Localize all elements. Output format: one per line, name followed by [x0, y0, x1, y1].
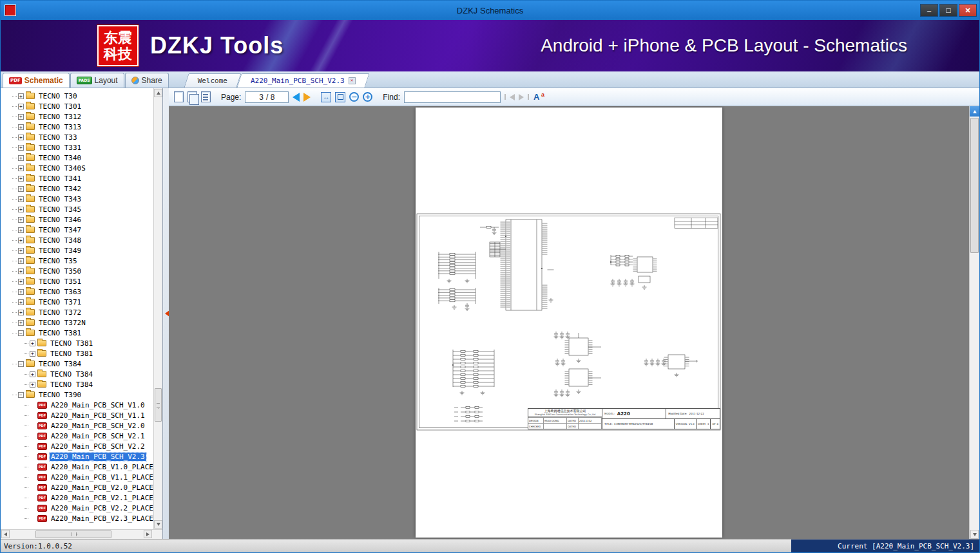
tree-item[interactable]: +TECNO T381 — [1, 348, 153, 359]
expand-icon[interactable]: + — [18, 310, 24, 315]
expand-icon[interactable]: + — [18, 299, 24, 305]
tree-item[interactable]: +TECNO T372 — [1, 307, 153, 317]
document-canvas[interactable]: 上海希姆通信息技术有限公司 Shanghai SIMCom Communicat… — [169, 106, 979, 539]
tree-item[interactable]: +TECNO T348 — [1, 235, 153, 245]
tree-item[interactable]: +TECNO T351 — [1, 276, 153, 286]
doc-tab-welcome[interactable]: Welcome — [186, 73, 239, 88]
continuous-view-icon[interactable] — [201, 91, 211, 102]
tree-item[interactable]: PDFA220_Main_PCB_V2.3_PLACEMENT — [1, 513, 153, 523]
tree-item[interactable]: +TECNO T340S — [1, 163, 153, 173]
tree-item[interactable]: PDFA220_Main_PCB_V2.1_PLACEMENT — [1, 492, 153, 503]
tree-item[interactable]: +TECNO T35 — [1, 256, 153, 266]
scroll-up-icon[interactable] — [154, 89, 162, 97]
tree-item[interactable]: +TECNO T350 — [1, 266, 153, 276]
tree-item[interactable]: +TECNO T30 — [1, 91, 153, 101]
minimize-button[interactable] — [920, 4, 938, 17]
scroll-down-icon[interactable] — [154, 520, 162, 529]
tree-item[interactable]: +TECNO T313 — [1, 122, 153, 132]
tree-item[interactable]: +TECNO T363 — [1, 286, 153, 297]
collapse-panel-icon[interactable] — [162, 310, 169, 317]
expand-icon[interactable]: + — [30, 382, 35, 388]
expand-icon[interactable]: + — [18, 289, 24, 295]
tree-item[interactable]: +TECNO T371 — [1, 297, 153, 307]
tree-item[interactable]: +TECNO T384 — [1, 379, 153, 389]
tree-item[interactable]: +TECNO T343 — [1, 194, 153, 204]
tree-hscroll-thumb[interactable] — [35, 530, 111, 538]
single-page-view-icon[interactable] — [174, 91, 184, 102]
expand-icon[interactable]: + — [18, 93, 24, 99]
tree-item[interactable]: PDFA220_Main_PCB_SCH_V2.2 — [1, 441, 153, 451]
tree-item[interactable]: +TECNO T345 — [1, 204, 153, 214]
tree-item[interactable]: PDFA220_Main_PCB_SCH_V1.0 — [1, 400, 153, 410]
tree-item[interactable]: +TECNO T349 — [1, 245, 153, 256]
close-button[interactable] — [959, 4, 977, 17]
tree-item[interactable]: +TECNO T384 — [1, 369, 153, 379]
text-size-icon[interactable] — [533, 92, 544, 102]
tree-item[interactable]: PDFA220_Main_PCB_V2.0_PLACEMENT — [1, 482, 153, 492]
next-page-button[interactable] — [303, 93, 311, 102]
zoom-out-button[interactable] — [349, 92, 359, 102]
tree-item[interactable]: +TECNO T340 — [1, 153, 153, 163]
expand-icon[interactable]: + — [18, 258, 24, 264]
expand-icon[interactable]: + — [18, 248, 24, 254]
expand-icon[interactable]: + — [18, 155, 24, 161]
expand-icon[interactable]: + — [18, 207, 24, 212]
expand-icon[interactable]: + — [18, 135, 24, 140]
tree-item[interactable]: +TECNO T372N — [1, 317, 153, 328]
expand-icon[interactable]: + — [18, 320, 24, 326]
scroll-up-icon[interactable] — [970, 106, 979, 117]
previous-page-button[interactable] — [293, 93, 300, 102]
tree-item[interactable]: +TECNO T347 — [1, 225, 153, 235]
zoom-in-button[interactable] — [363, 92, 372, 102]
close-tab-icon[interactable] — [349, 77, 356, 84]
panel-splitter[interactable] — [163, 88, 169, 539]
tree-item[interactable]: PDFA220_Main_PCB_V1.1_PLACEMENT — [1, 472, 153, 482]
tree-item[interactable]: PDFA220_Main_PCB_SCH_V2.0 — [1, 420, 153, 431]
expand-icon[interactable]: + — [30, 351, 35, 357]
collapse-icon[interactable]: − — [18, 392, 24, 398]
expand-icon[interactable]: + — [30, 341, 35, 346]
fit-width-button[interactable] — [321, 92, 331, 102]
tree-item[interactable]: −TECNO T390 — [1, 389, 153, 400]
expand-icon[interactable]: + — [18, 165, 24, 171]
tree-item[interactable]: +TECNO T33 — [1, 132, 153, 142]
expand-icon[interactable]: + — [18, 114, 24, 120]
find-input[interactable] — [404, 91, 501, 103]
expand-icon[interactable]: + — [18, 176, 24, 182]
tree-item[interactable]: PDFA220_Main_PCB_SCH_V2.3 — [1, 451, 153, 462]
expand-icon[interactable]: + — [18, 145, 24, 151]
scroll-left-icon[interactable] — [1, 530, 10, 538]
scroll-right-icon[interactable] — [144, 530, 152, 538]
expand-icon[interactable]: + — [18, 227, 24, 233]
tree-item[interactable]: +TECNO T346 — [1, 214, 153, 225]
tree-vscroll-thumb[interactable] — [155, 388, 162, 422]
tab-share[interactable]: Share — [125, 73, 169, 88]
expand-icon[interactable]: + — [18, 196, 24, 202]
canvas-vertical-scrollbar[interactable] — [969, 106, 979, 539]
expand-icon[interactable]: + — [18, 104, 24, 109]
canvas-vscroll-thumb[interactable] — [970, 118, 979, 253]
expand-icon[interactable]: + — [18, 268, 24, 274]
collapse-icon[interactable]: − — [18, 330, 24, 336]
tree-horizontal-scrollbar[interactable] — [1, 529, 162, 539]
tree-item[interactable]: +TECNO T301 — [1, 101, 153, 111]
scroll-down-icon[interactable] — [970, 530, 979, 539]
tree-item[interactable]: PDFA220_Main_PCB_V1.0_PLACEMENT — [1, 462, 153, 472]
expand-icon[interactable]: + — [18, 238, 24, 243]
expand-icon[interactable]: + — [18, 279, 24, 285]
tree-item[interactable]: −TECNO T384 — [1, 359, 153, 369]
collapse-icon[interactable]: − — [18, 361, 24, 367]
tab-schematic[interactable]: PDF Schematic — [3, 73, 70, 88]
tree-item[interactable]: +TECNO T342 — [1, 183, 153, 194]
tree-item[interactable]: PDFA220_Main_PCB_SCH_V1.1 — [1, 410, 153, 420]
find-previous-button[interactable] — [504, 94, 515, 100]
facing-page-view-icon[interactable] — [187, 91, 197, 102]
tree-item[interactable]: +TECNO T381 — [1, 338, 153, 348]
tree-item[interactable]: +TECNO T312 — [1, 111, 153, 122]
tab-layout[interactable]: PADS Layout — [70, 73, 124, 88]
fit-page-button[interactable] — [335, 92, 345, 102]
tree-item[interactable]: +TECNO T331 — [1, 142, 153, 153]
tree-item[interactable]: +TECNO T341 — [1, 173, 153, 183]
tree-vertical-scrollbar[interactable] — [153, 88, 162, 529]
find-next-button[interactable] — [519, 94, 529, 100]
